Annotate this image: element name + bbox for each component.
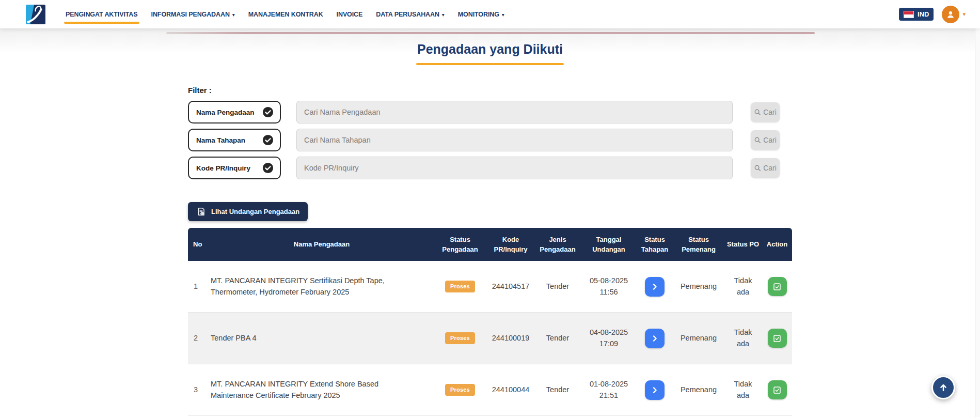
search-icon <box>754 164 761 172</box>
cell-status-tahapan <box>636 329 673 348</box>
cell-action <box>762 277 792 296</box>
cell-action <box>762 380 792 399</box>
chevron-right-icon <box>651 386 659 394</box>
nav-item[interactable]: PENGINGAT AKTIVITAS ▾ <box>59 0 145 28</box>
cell-status-pengadaan: Proses <box>433 281 487 293</box>
cell-kode-pr-inquiry: 244100044 <box>487 384 534 395</box>
cell-jenis-pengadaan: Tender <box>534 281 581 292</box>
cell-status-tahapan <box>636 277 673 297</box>
col-header-status-tahapan: Status Tahapan <box>636 235 673 255</box>
status-badge: Proses <box>445 332 475 345</box>
cell-tanggal-undangan: 04-08-2025 17:09 <box>581 327 636 349</box>
search-button[interactable]: Cari <box>751 102 780 122</box>
nav-item-label: PENGINGAT AKTIVITAS <box>66 11 138 18</box>
filter-row: Nama Tahapan Cari <box>188 129 792 151</box>
cell-nama-pengadaan: MT. PANCARAN INTEGRITY Sertifikasi Depth… <box>211 275 433 297</box>
decorative-bar <box>166 32 815 34</box>
tanggal-date: 04-08-2025 <box>583 327 634 338</box>
title-underline <box>416 63 564 65</box>
cell-tanggal-undangan: 01-08-2025 21:51 <box>581 379 636 400</box>
action-checklist-button[interactable] <box>768 329 787 348</box>
language-code: IND <box>918 10 929 18</box>
filter-type-label: Nama Tahapan <box>196 136 245 144</box>
scrollbar-track[interactable] <box>975 0 980 417</box>
cell-kode-pr-inquiry: 244104517 <box>487 281 534 292</box>
cell-status-po: Tidak ada <box>724 275 762 297</box>
nav-item-label: INFORMASI PENGADAAN <box>151 11 230 18</box>
cell-no: 2 <box>188 333 211 344</box>
filter-type-toggle[interactable]: Kode PR/Inquiry <box>188 157 281 179</box>
cell-status-pemenang: Pemenang <box>673 333 724 344</box>
cell-status-pemenang: Pemenang <box>673 384 724 395</box>
nav-item[interactable]: MANAJEMEN KONTRAK ▾ <box>242 0 330 28</box>
action-checklist-button[interactable] <box>768 277 787 296</box>
nav-item[interactable]: MONITORING ▾ <box>451 0 511 28</box>
scroll-to-top-button[interactable] <box>931 376 955 399</box>
check-circle-icon <box>262 162 274 174</box>
search-button[interactable]: Cari <box>751 158 780 178</box>
table-header-row: No Nama Pengadaan Status Pengadaan Kode … <box>188 228 792 261</box>
filter-search-input[interactable] <box>296 157 733 179</box>
status-po-text: Tidak ada <box>731 275 755 297</box>
search-button-label: Cari <box>763 136 777 144</box>
lihat-undangan-button[interactable]: Lihat Undangan Pengadaan <box>188 202 308 221</box>
status-tahapan-button[interactable] <box>645 277 665 297</box>
cell-status-pengadaan: Proses <box>433 332 487 345</box>
search-button[interactable]: Cari <box>751 130 780 150</box>
cell-jenis-pengadaan: Tender <box>534 333 581 344</box>
tanggal-date: 01-08-2025 <box>583 379 634 390</box>
nav-item[interactable]: INVOICE ▾ <box>330 0 370 28</box>
action-checklist-button[interactable] <box>768 380 787 399</box>
nav-item[interactable]: DATA PERUSAHAAN ▾ <box>369 0 451 28</box>
main-content: Pengadaan yang Diikuti Filter : Nama Pen… <box>188 42 792 416</box>
filter-row: Kode PR/Inquiry Cari <box>188 157 792 179</box>
chevron-down-icon: ▾ <box>962 11 966 18</box>
filter-search-input[interactable] <box>296 129 733 151</box>
topbar-right: IND ▾ <box>899 6 966 23</box>
cell-nama-pengadaan: Tender PBA 4 <box>211 333 433 344</box>
cell-status-pemenang: Pemenang <box>673 281 724 292</box>
document-eye-icon <box>196 207 206 217</box>
col-header-status-po: Status PO <box>724 239 762 250</box>
page-title: Pengadaan yang Diikuti <box>188 42 792 57</box>
filter-type-toggle[interactable]: Nama Tahapan <box>188 129 281 151</box>
status-tahapan-button[interactable] <box>645 380 665 400</box>
table-row: 2 Tender PBA 4 Proses 244100019 Tender 0… <box>188 313 792 364</box>
company-logo[interactable] <box>26 5 45 24</box>
filter-label: Filter : <box>188 86 792 95</box>
nav-item[interactable]: INFORMASI PENGADAAN ▾ <box>145 0 242 28</box>
nav-item-label: DATA PERUSAHAAN <box>376 11 439 18</box>
language-selector[interactable]: IND <box>899 8 934 21</box>
col-header-status-pengadaan: Status Pengadaan <box>433 235 487 255</box>
tanggal-date: 05-08-2025 <box>583 275 634 286</box>
col-header-kode-pr-inquiry: Kode PR/Inquiry <box>487 235 534 255</box>
cell-action <box>762 329 792 348</box>
status-tahapan-button[interactable] <box>645 329 665 348</box>
table-row: 3 MT. PANCARAN INTEGRITY Extend Shore Ba… <box>188 364 792 416</box>
tanggal-time: 21:51 <box>583 390 634 401</box>
main-nav: PENGINGAT AKTIVITAS ▾ INFORMASI PENGADAA… <box>59 0 511 28</box>
nav-item-label: MONITORING <box>458 11 499 18</box>
search-icon <box>754 109 761 116</box>
filter-type-toggle[interactable]: Nama Pengadaan <box>188 101 281 123</box>
user-menu[interactable]: ▾ <box>942 6 966 23</box>
check-circle-icon <box>262 106 274 118</box>
status-badge: Proses <box>445 384 475 396</box>
col-header-status-pemenang: Status Pemenang <box>673 235 724 255</box>
tanggal-time: 17:09 <box>583 338 634 349</box>
status-po-text: Tidak ada <box>731 379 755 400</box>
filter-section: Nama Pengadaan Cari Nama Tahapan <box>188 101 792 179</box>
col-header-jenis-pengadaan: Jenis Pengadaan <box>534 235 581 255</box>
arrow-up-icon <box>938 382 949 393</box>
nav-item-label: MANAJEMEN KONTRAK <box>248 11 323 18</box>
cell-status-pengadaan: Proses <box>433 384 487 396</box>
filter-type-label: Nama Pengadaan <box>196 109 255 116</box>
filter-search-input[interactable] <box>296 101 733 123</box>
lihat-undangan-label: Lihat Undangan Pengadaan <box>211 208 299 215</box>
filter-type-label: Kode PR/Inquiry <box>196 164 250 172</box>
col-header-tanggal-undangan: Tanggal Undangan <box>581 235 636 255</box>
top-navigation-bar: PENGINGAT AKTIVITAS ▾ INFORMASI PENGADAA… <box>0 0 980 28</box>
cell-no: 1 <box>188 281 211 292</box>
checkbox-checked-icon <box>772 385 782 395</box>
search-button-label: Cari <box>763 164 777 172</box>
